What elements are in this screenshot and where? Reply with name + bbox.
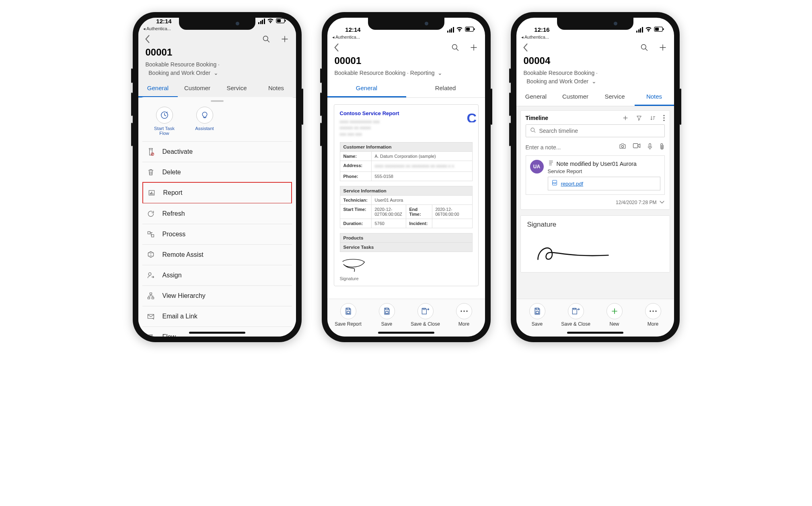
back-button[interactable] xyxy=(144,35,150,43)
report-title: Contoso Service Report xyxy=(340,110,473,116)
action-remote-assist[interactable]: Remote Assist xyxy=(142,244,292,265)
quick-start-task-flow[interactable]: Start Task Flow xyxy=(150,107,179,136)
deactivate-icon xyxy=(146,147,155,156)
quick-assistant[interactable]: Assistant xyxy=(191,107,219,136)
cmd-save-close[interactable]: Save & Close xyxy=(560,303,592,327)
expand-icon[interactable] xyxy=(659,200,665,205)
value-technician: User01 Aurora xyxy=(372,196,472,204)
timeline-add-icon[interactable] xyxy=(622,115,629,121)
back-button[interactable] xyxy=(333,43,339,52)
pdf-icon: PDF xyxy=(551,180,558,188)
phone-notch xyxy=(557,18,633,30)
svg-rect-14 xyxy=(152,194,153,195)
cmd-save-close[interactable]: Save & Close xyxy=(409,303,442,327)
tab-notes[interactable]: Notes xyxy=(635,93,674,106)
svg-rect-2 xyxy=(285,20,286,22)
svg-rect-1 xyxy=(277,19,280,22)
back-to-app[interactable]: ◂ Authentica... xyxy=(516,34,674,40)
action-refresh[interactable]: Refresh xyxy=(142,203,292,224)
signature-canvas[interactable] xyxy=(521,230,670,272)
cmd-more[interactable]: More xyxy=(448,303,480,327)
add-icon[interactable] xyxy=(281,35,289,43)
file-attachment[interactable]: PDF report.pdf xyxy=(548,177,660,190)
cellular-icon xyxy=(447,27,454,33)
label-end-time: End Time: xyxy=(406,205,432,219)
tab-general[interactable]: General xyxy=(327,85,406,97)
note-input-placeholder[interactable]: Enter a note... xyxy=(526,144,561,151)
action-assign[interactable]: Assign xyxy=(142,265,292,285)
value-phone: 555-0158 xyxy=(372,172,472,181)
status-time: 12:14 xyxy=(148,18,180,25)
email-icon xyxy=(146,312,155,321)
company-logo: C xyxy=(467,110,478,122)
home-indicator[interactable] xyxy=(567,332,623,334)
section-service-tasks: Service Tasks xyxy=(340,243,473,252)
svg-rect-33 xyxy=(347,312,349,314)
record-breadcrumb[interactable]: Bookable Resource Booking · Reporting ⌄ xyxy=(327,69,485,80)
section-customer-info: Customer Information xyxy=(340,142,473,152)
cmd-save[interactable]: Save xyxy=(371,303,403,327)
home-indicator[interactable] xyxy=(189,332,245,334)
phone-2: 12:14 ◂ Authentica... 00001 Bookable Res… xyxy=(322,12,491,342)
action-report[interactable]: Report xyxy=(142,182,292,204)
timeline-search[interactable]: Search timeline xyxy=(526,124,665,137)
action-view-hierarchy[interactable]: View Hierarchy xyxy=(142,285,292,306)
chevron-down-icon: ⌄ xyxy=(592,77,596,86)
status-time: 12:14 xyxy=(337,26,369,33)
label-phone: Phone: xyxy=(340,172,372,181)
record-title: 00004 xyxy=(516,54,674,69)
tab-notes[interactable]: Notes xyxy=(257,85,296,97)
file-link[interactable]: report.pdf xyxy=(561,181,584,187)
tab-customer[interactable]: Customer xyxy=(556,93,595,106)
tab-general[interactable]: General xyxy=(516,93,556,106)
action-email-link[interactable]: Email a Link xyxy=(142,306,292,326)
cmd-save-report[interactable]: Save Report xyxy=(332,303,364,327)
label-technician: Technician: xyxy=(340,196,372,204)
cmd-save[interactable]: Save xyxy=(521,303,553,327)
action-delete[interactable]: Delete xyxy=(142,162,292,182)
nav-row xyxy=(516,40,674,54)
tab-customer[interactable]: Customer xyxy=(178,85,217,97)
section-products: Products xyxy=(340,233,473,243)
cmd-more[interactable]: More xyxy=(637,303,669,327)
record-breadcrumb[interactable]: Bookable Resource Booking · Booking and … xyxy=(516,69,674,88)
add-icon[interactable] xyxy=(659,43,667,52)
svg-point-54 xyxy=(621,145,623,147)
svg-rect-60 xyxy=(536,312,539,314)
record-breadcrumb[interactable]: Bookable Resource Booking · Booking and … xyxy=(138,60,296,80)
cmd-new[interactable]: New xyxy=(598,303,631,327)
action-deactivate[interactable]: Deactivate xyxy=(142,141,292,162)
value-name: A. Datum Corporation (sample) xyxy=(372,152,472,161)
cellular-icon xyxy=(636,27,643,33)
svg-point-64 xyxy=(650,310,651,312)
microphone-icon[interactable] xyxy=(647,143,653,151)
action-process[interactable]: Process xyxy=(142,224,292,244)
search-icon[interactable] xyxy=(451,43,459,52)
wifi-icon xyxy=(645,26,652,33)
timeline-filter-icon[interactable] xyxy=(636,115,642,121)
back-to-app[interactable]: ◂ Authentica... xyxy=(327,34,485,40)
tab-service[interactable]: Service xyxy=(595,93,635,106)
home-indicator[interactable] xyxy=(378,332,434,334)
tab-service[interactable]: Service xyxy=(217,85,257,97)
bottom-command-bar: Save Report Save Save & Close More xyxy=(327,299,485,337)
search-icon[interactable] xyxy=(640,43,648,52)
timeline-overflow-icon[interactable] xyxy=(663,115,665,121)
attachment-icon[interactable] xyxy=(659,143,665,151)
video-icon[interactable] xyxy=(633,143,641,151)
nav-row xyxy=(327,40,485,54)
tab-general[interactable]: General xyxy=(138,85,178,97)
save-icon xyxy=(529,303,545,319)
back-button[interactable] xyxy=(522,43,528,52)
sheet-handle[interactable] xyxy=(211,100,224,102)
add-icon[interactable] xyxy=(470,43,478,52)
avatar: UA xyxy=(530,160,544,173)
value-incident xyxy=(432,219,472,228)
timeline-entry[interactable]: UA Note modified by User01 Aurora Servic… xyxy=(526,155,665,195)
svg-rect-34 xyxy=(385,308,388,310)
tab-related[interactable]: Related xyxy=(406,85,485,97)
camera-icon[interactable] xyxy=(619,143,626,151)
search-icon[interactable] xyxy=(262,35,270,43)
timeline-sort-icon[interactable] xyxy=(650,115,656,121)
nav-row xyxy=(138,31,296,45)
